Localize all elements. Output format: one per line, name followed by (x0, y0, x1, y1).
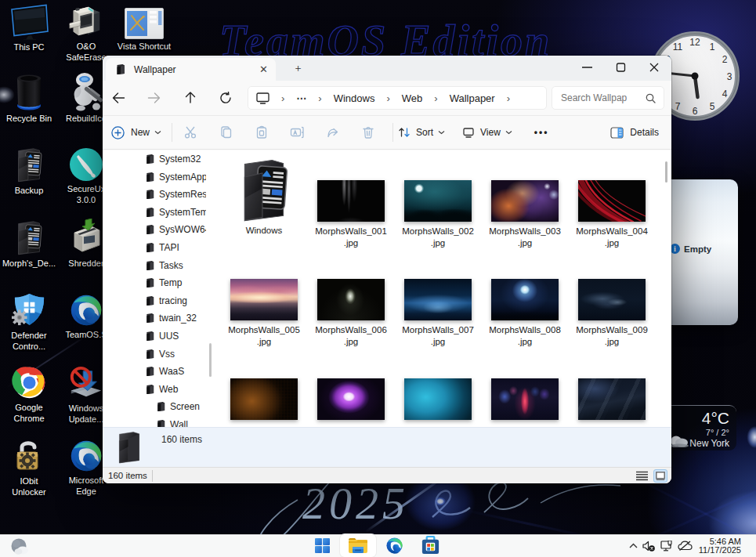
svg-text:5: 5 (710, 101, 715, 112)
svg-text:1: 1 (710, 42, 715, 52)
svg-text:11: 11 (673, 42, 683, 52)
svg-text:7: 7 (675, 101, 681, 112)
svg-text:12: 12 (689, 37, 700, 48)
svg-text:2: 2 (722, 54, 728, 65)
svg-text:4: 4 (722, 89, 728, 99)
svg-text:3: 3 (727, 71, 732, 82)
svg-text:6: 6 (693, 106, 698, 117)
